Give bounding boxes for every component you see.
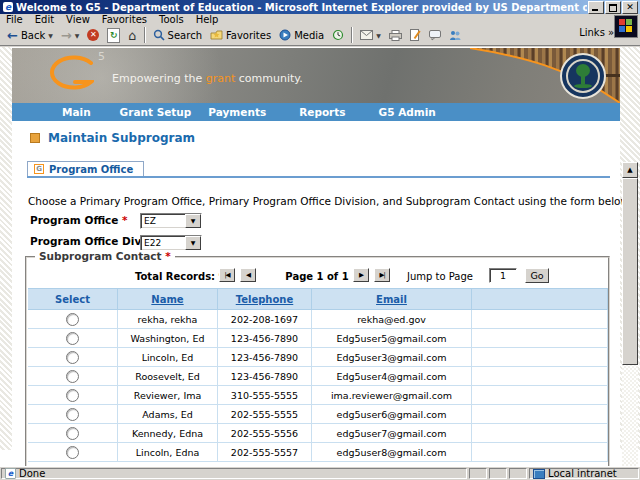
- go-button[interactable]: Go: [525, 268, 549, 283]
- history-button[interactable]: [328, 28, 348, 42]
- back-dropdown-icon[interactable]: ▼: [48, 32, 53, 39]
- refresh-icon: ↻: [107, 28, 120, 43]
- menu-file[interactable]: File: [0, 14, 29, 25]
- contact-telephone-cell: 123-456-7890: [218, 348, 312, 367]
- search-button[interactable]: Search: [149, 28, 206, 42]
- page-indicator: Page 1 of 1: [275, 271, 359, 282]
- media-button[interactable]: Media: [275, 28, 328, 42]
- menu-tools[interactable]: Tools: [153, 14, 190, 25]
- vertical-scrollbar-thumb[interactable]: [622, 178, 638, 365]
- menu-edit[interactable]: Edit: [29, 14, 60, 25]
- links-bar[interactable]: Links »: [579, 27, 614, 38]
- refresh-button[interactable]: ↻: [103, 27, 124, 44]
- contact-name-cell: Washington, Ed: [118, 329, 218, 348]
- contact-telephone-cell: 123-456-7890: [218, 367, 312, 386]
- print-icon: [389, 30, 402, 41]
- contact-name-cell: Kennedy, Edna: [118, 424, 218, 443]
- print-button[interactable]: [385, 29, 406, 42]
- messenger-icon: [449, 30, 461, 41]
- contact-email-cell: edg5user8@gmail.com: [312, 443, 472, 462]
- contact-empty-cell: [472, 329, 608, 348]
- contact-empty-cell: [472, 348, 608, 367]
- subprogram-contact-legend: Subprogram Contact *: [35, 250, 175, 262]
- jump-to-page-input[interactable]: 1: [489, 268, 517, 283]
- table-row-select-cell: [28, 329, 118, 348]
- required-marker: *: [122, 214, 128, 226]
- stop-button[interactable]: ✕: [83, 28, 103, 42]
- chevron-down-icon[interactable]: ▼: [185, 214, 201, 228]
- contact-table: SelectNameTelephoneEmailrekha, rekha202-…: [28, 288, 608, 462]
- vertical-scrollbar[interactable]: ▲ ▼: [622, 162, 638, 466]
- nav-item-g5-admin[interactable]: G5 Admin: [379, 106, 436, 118]
- forward-button[interactable]: → ▼: [57, 28, 84, 43]
- mail-button[interactable]: ▼: [356, 29, 385, 41]
- contact-name-cell: Roosevelt, Ed: [118, 367, 218, 386]
- contact-name-cell: Reviewer, Ima: [118, 386, 218, 405]
- program-office-select[interactable]: EZ ▼: [140, 213, 202, 229]
- contact-telephone-cell: 202-208-1697: [218, 310, 312, 329]
- next-page-button[interactable]: ▶: [353, 268, 369, 282]
- program-office-division-value: E22: [141, 236, 185, 250]
- table-row-select-cell: [28, 405, 118, 424]
- contact-radio-button[interactable]: [66, 408, 79, 421]
- edit-button[interactable]: [406, 28, 425, 42]
- favorites-button[interactable]: Favorites: [206, 28, 275, 42]
- home-icon: ⌂: [128, 29, 136, 42]
- back-button[interactable]: ← Back ▼: [3, 28, 57, 43]
- stop-icon: ✕: [87, 29, 99, 41]
- restore-button[interactable]: [605, 1, 621, 14]
- contact-empty-cell: [472, 310, 608, 329]
- favorites-label: Favorites: [226, 30, 271, 41]
- close-button[interactable]: ✕: [622, 1, 638, 14]
- contact-email-cell: rekha@ed.gov: [312, 310, 472, 329]
- contact-name-cell: Lincoln, Edna: [118, 443, 218, 462]
- first-page-button[interactable]: |◀: [219, 268, 235, 282]
- discuss-button[interactable]: [425, 29, 445, 42]
- total-records-label: Total Records: 9: [135, 271, 226, 282]
- nav-item-grant-setup[interactable]: Grant Setup: [120, 106, 192, 118]
- search-icon: [153, 29, 165, 41]
- status-spacer-panel: [509, 468, 527, 479]
- toolbar-separator: [351, 27, 353, 43]
- menu-favorites[interactable]: Favorites: [96, 14, 153, 25]
- program-office-division-select[interactable]: E22 ▼: [140, 235, 202, 251]
- chevron-down-icon[interactable]: ▼: [185, 236, 201, 250]
- nav-item-payments[interactable]: Payments: [208, 106, 266, 118]
- contact-radio-button[interactable]: [66, 389, 79, 402]
- page-content: 5 Empowering the grant community.: [0, 47, 640, 466]
- contact-radio-button[interactable]: [66, 370, 79, 383]
- last-page-button[interactable]: ▶|: [374, 268, 390, 282]
- col-header-telephone[interactable]: Telephone: [218, 289, 312, 310]
- contact-empty-cell: [472, 367, 608, 386]
- mail-dropdown-icon[interactable]: ▼: [376, 32, 381, 39]
- media-label: Media: [294, 30, 324, 41]
- scroll-up-icon[interactable]: ▲: [622, 162, 638, 178]
- status-text: Done: [19, 468, 45, 479]
- contact-radio-button[interactable]: [66, 427, 79, 440]
- menu-help[interactable]: Help: [190, 14, 225, 25]
- col-header-email[interactable]: Email: [312, 289, 472, 310]
- contact-email-cell: edg5user6@gmail.com: [312, 405, 472, 424]
- contact-radio-button[interactable]: [66, 351, 79, 364]
- menu-view[interactable]: View: [60, 14, 96, 25]
- forward-dropdown-icon[interactable]: ▼: [75, 32, 80, 39]
- contact-radio-button[interactable]: [66, 313, 79, 326]
- col-header-name[interactable]: Name: [118, 289, 218, 310]
- home-button[interactable]: ⌂: [124, 28, 140, 43]
- col-header-select: Select: [28, 289, 118, 310]
- tab-program-office[interactable]: G Program Office: [27, 161, 144, 176]
- title-bar: e Welcome to G5 - Department of Educatio…: [0, 0, 640, 14]
- tab-underline: [27, 176, 610, 178]
- previous-page-button[interactable]: ◀: [240, 268, 256, 282]
- contact-radio-button[interactable]: [66, 446, 79, 459]
- table-row-select-cell: [28, 424, 118, 443]
- nav-item-reports[interactable]: Reports: [299, 106, 345, 118]
- nav-item-main[interactable]: Main: [62, 106, 91, 118]
- links-chevron-icon[interactable]: »: [608, 27, 614, 38]
- mail-icon: [360, 30, 373, 40]
- contact-radio-button[interactable]: [66, 332, 79, 345]
- minimize-button[interactable]: [588, 1, 604, 14]
- subprogram-contact-group: Subprogram Contact * Total Records: 9 |◀…: [25, 256, 610, 466]
- back-icon: ←: [7, 29, 18, 42]
- messenger-button[interactable]: [445, 29, 465, 42]
